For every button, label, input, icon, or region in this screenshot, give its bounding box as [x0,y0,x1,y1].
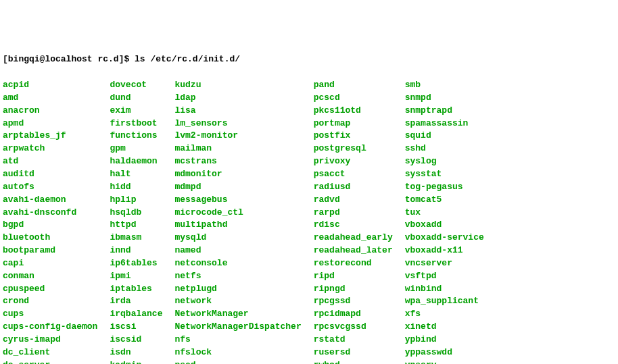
file-entry: halt [110,168,162,181]
file-entry: rstatd [314,334,393,346]
file-entry: cpuspeed [3,283,97,296]
file-entry: mcstrans [174,155,301,168]
file-entry: ripngd [314,283,393,296]
file-entry: snmpd [405,92,484,105]
file-entry: innd [110,244,162,257]
column-4: smbsnmpdsnmptrapdspamassassinsquidsshdsy… [405,79,484,364]
file-entry: isdn [110,346,162,359]
file-entry: xfs [405,308,484,321]
file-entry: squid [405,130,484,142]
file-entry: lm_sensors [174,118,301,130]
file-entry: syslog [405,155,484,168]
file-entry: ripd [314,270,393,283]
file-entry: xinetd [405,321,484,334]
file-entry: winbind [405,283,484,296]
file-entry: dc_client [3,346,97,359]
file-entry: ibmasm [110,232,162,244]
file-entry: cups [3,308,97,321]
column-3: pandpcscdpkcs11otdportmappostfixpostgres… [314,79,393,364]
file-entry: snmptrapd [405,105,484,118]
file-entry: microcode_ctl [174,207,301,219]
file-entry: privoxy [314,155,393,168]
file-entry: kudzu [174,79,301,92]
file-entry: readahead_later [314,244,393,257]
file-entry: avahi-dnsconfd [3,207,97,219]
file-entry: ypbind [405,334,484,346]
file-entry: httpd [110,219,162,232]
column-0: acpidamdanacronapmdarptables_jfarpwatcha… [3,79,97,364]
file-entry: cups-config-daemon [3,321,97,334]
file-entry: netconsole [174,257,301,270]
file-entry: rdisc [314,219,393,232]
file-entry: pkcs11otd [314,105,393,118]
file-entry: mailman [174,142,301,155]
file-entry: portmap [314,118,393,130]
file-entry: vboxadd [405,219,484,232]
file-entry: netfs [174,270,301,283]
file-entry: readahead_early [314,232,393,244]
file-entry: sshd [405,142,484,155]
file-entry: arpwatch [3,142,97,155]
file-entry: acpid [3,79,97,92]
file-entry: postfix [314,130,393,142]
file-entry: autofs [3,181,97,194]
file-entry: psacct [314,168,393,181]
file-entry: nscd [174,359,301,364]
file-entry: vncserver [405,257,484,270]
file-entry: sysstat [405,168,484,181]
file-entry: hidd [110,181,162,194]
file-entry: mdmonitor [174,168,301,181]
file-entry: tog-pegasus [405,181,484,194]
file-entry: kadmin [110,359,162,364]
ls-output: acpidamdanacronapmdarptables_jfarpwatcha… [3,79,615,364]
file-entry: vboxadd-service [405,232,484,244]
file-entry: mysqld [174,232,301,244]
file-entry: firstboot [110,118,162,130]
file-entry: netplugd [174,283,301,296]
file-entry: NetworkManagerDispatcher [174,321,301,334]
file-entry: smb [405,79,484,92]
file-entry: auditd [3,168,97,181]
file-entry: rarpd [314,207,393,219]
file-entry: cyrus-imapd [3,334,97,346]
file-entry: named [174,244,301,257]
file-entry: vsftpd [405,270,484,283]
file-entry: irda [110,295,162,308]
column-1: dovecotdundeximfirstbootfunctionsgpmhald… [110,79,162,364]
file-entry: wpa_supplicant [405,295,484,308]
column-2: kudzuldaplisalm_sensorslvm2-monitormailm… [174,79,301,364]
file-entry: ypserv [405,359,484,364]
file-entry: rpcgssd [314,295,393,308]
file-entry: conman [3,270,97,283]
file-entry: dc_server [3,359,97,364]
file-entry: arptables_jf [3,130,97,142]
file-entry: irqbalance [110,308,162,321]
file-entry: functions [110,130,162,142]
file-entry: lvm2-monitor [174,130,301,142]
file-entry: postgresql [314,142,393,155]
file-entry: multipathd [174,219,301,232]
file-entry: yppasswdd [405,346,484,359]
file-entry: messagebus [174,194,301,207]
file-entry: pand [314,79,393,92]
file-entry: capi [3,257,97,270]
file-entry: bluetooth [3,232,97,244]
file-entry: mdmpd [174,181,301,194]
file-entry: pcscd [314,92,393,105]
file-entry: rpcsvcgssd [314,321,393,334]
file-entry: iscsi [110,321,162,334]
file-entry: crond [3,295,97,308]
file-entry: hplip [110,194,162,207]
file-entry: dund [110,92,162,105]
file-entry: ipmi [110,270,162,283]
file-entry: tux [405,207,484,219]
file-entry: NetworkManager [174,308,301,321]
file-entry: iscsid [110,334,162,346]
file-entry: gpm [110,142,162,155]
file-entry: tomcat5 [405,194,484,207]
file-entry: spamassassin [405,118,484,130]
file-entry: radiusd [314,181,393,194]
file-entry: hsqldb [110,207,162,219]
file-entry: restorecond [314,257,393,270]
file-entry: rpcidmapd [314,308,393,321]
